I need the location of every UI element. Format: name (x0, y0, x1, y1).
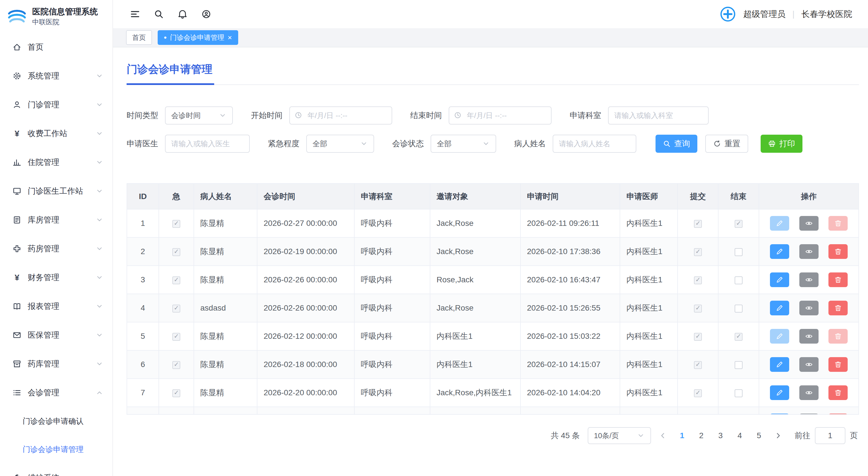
tab-consult-manage[interactable]: • 门诊会诊申请管理 × (158, 30, 238, 45)
search-icon[interactable] (154, 9, 164, 19)
sidebar-item-home[interactable]: 首页 (0, 33, 113, 62)
submitted-checkbox[interactable] (694, 248, 702, 256)
sidebar-item-warehouse[interactable]: 库房管理 (0, 206, 113, 234)
page-number-button[interactable]: 5 (752, 427, 766, 444)
urgent-checkbox[interactable] (173, 389, 180, 397)
next-page-button[interactable] (771, 427, 785, 444)
delete-button[interactable] (829, 414, 848, 415)
cell-id: 3 (127, 266, 159, 294)
view-button[interactable] (799, 329, 818, 344)
page-number-button[interactable]: 4 (733, 427, 747, 444)
bell-icon[interactable] (178, 9, 188, 19)
goto-page-input[interactable] (815, 427, 845, 444)
reset-button[interactable]: 重置 (705, 135, 748, 153)
page-number-button[interactable]: 1 (675, 427, 689, 444)
urgent-checkbox[interactable] (173, 333, 180, 341)
prev-page-button[interactable] (655, 427, 670, 444)
delete-button[interactable] (829, 272, 848, 287)
submitted-checkbox[interactable] (694, 333, 702, 341)
finished-checkbox[interactable] (735, 248, 743, 256)
sidebar-item-insurance[interactable]: 医保管理 (0, 321, 113, 349)
delete-button[interactable] (829, 244, 848, 259)
finished-checkbox[interactable] (735, 333, 743, 341)
sidebar-item-consultation[interactable]: 会诊管理 (0, 378, 113, 407)
app-logo-icon (7, 6, 27, 27)
view-button[interactable] (799, 357, 818, 372)
user-role[interactable]: 超级管理员 (743, 8, 785, 20)
urgent-checkbox[interactable] (173, 276, 180, 284)
cell-patient: 陈显精 (194, 350, 257, 379)
sidebar-subitem-consult-manage[interactable]: 门诊会诊申请管理 (0, 435, 113, 464)
edit-button[interactable] (770, 357, 789, 372)
account-icon[interactable] (201, 9, 211, 19)
finished-checkbox[interactable] (735, 389, 743, 397)
sidebar-item-system[interactable]: 系统管理 (0, 62, 113, 90)
delete-button[interactable] (829, 329, 848, 344)
view-button[interactable] (799, 272, 818, 287)
cell-invitees: Rose,Jack (430, 266, 521, 294)
submitted-checkbox[interactable] (694, 389, 702, 397)
sidebar-item-inpatient[interactable]: 住院管理 (0, 148, 113, 177)
finished-checkbox[interactable] (735, 361, 743, 369)
delete-button[interactable] (829, 216, 848, 231)
sidebar-item-outpatient[interactable]: 门诊管理 (0, 90, 113, 119)
view-button[interactable] (799, 216, 818, 231)
edit-button[interactable] (770, 414, 789, 415)
submitted-checkbox[interactable] (694, 305, 702, 312)
edit-button[interactable] (770, 244, 789, 259)
edit-button[interactable] (770, 301, 789, 315)
delete-button[interactable] (829, 357, 848, 372)
submitted-checkbox[interactable] (694, 276, 702, 284)
cell-invitees (430, 407, 521, 415)
finished-checkbox[interactable] (735, 220, 743, 228)
urgent-checkbox[interactable] (173, 220, 180, 228)
urgent-checkbox[interactable] (173, 248, 180, 256)
delete-button[interactable] (829, 385, 848, 400)
sidebar-item-billing[interactable]: ¥ 收费工作站 (0, 119, 113, 148)
urgency-select[interactable]: 全部 (306, 135, 374, 153)
urgent-checkbox[interactable] (173, 361, 180, 369)
end-time-input[interactable] (449, 106, 552, 125)
chevron-down-icon (95, 331, 103, 339)
sidebar-item-reports[interactable]: 报表管理 (0, 292, 113, 321)
edit-button[interactable] (770, 385, 789, 400)
tab-close-icon[interactable]: × (228, 34, 232, 41)
start-time-input[interactable] (289, 106, 392, 125)
collapse-menu-icon[interactable] (130, 9, 140, 19)
urgent-checkbox[interactable] (173, 305, 180, 312)
time-type-select[interactable]: 会诊时间 (165, 106, 233, 125)
page-number-button[interactable]: 2 (694, 427, 709, 444)
sidebar-subitem-consult-confirm[interactable]: 门诊会诊申请确认 (0, 407, 113, 435)
sidebar-item-pharmacy[interactable]: 药房管理 (0, 234, 113, 263)
patient-input[interactable] (553, 135, 636, 153)
filter-row-2: 申请医生 紧急程度 全部 会诊状态 全部 (127, 135, 859, 153)
edit-button[interactable] (770, 272, 789, 287)
view-button[interactable] (799, 414, 818, 415)
cell-doctor: 内科医生1 (620, 350, 678, 379)
edit-button[interactable] (770, 216, 789, 231)
delete-button[interactable] (829, 301, 848, 315)
view-button[interactable] (799, 385, 818, 400)
cell-doctor: 内科医生1 (620, 379, 678, 407)
finished-checkbox[interactable] (735, 305, 743, 312)
submitted-checkbox[interactable] (694, 220, 702, 228)
print-button[interactable]: 打印 (761, 135, 802, 153)
doctor-input[interactable] (165, 135, 250, 153)
sidebar-item-doctor-station[interactable]: 门诊医生工作站 (0, 177, 113, 206)
tab-home[interactable]: 首页 (126, 30, 152, 45)
cell-dept: 呼吸内科 (354, 266, 430, 294)
cell-finished (718, 294, 759, 322)
view-button[interactable] (799, 244, 818, 259)
dept-input[interactable] (608, 106, 709, 125)
sidebar-item-drug-storage[interactable]: 药库管理 (0, 349, 113, 378)
edit-button[interactable] (770, 329, 789, 344)
search-button[interactable]: 查询 (655, 135, 698, 153)
sidebar-item-finance[interactable]: ¥ 财务管理 (0, 263, 113, 292)
status-select[interactable]: 全部 (431, 135, 496, 153)
submitted-checkbox[interactable] (694, 361, 702, 369)
sidebar-item-maintenance[interactable]: 维护系统 (0, 464, 113, 476)
finished-checkbox[interactable] (735, 276, 743, 284)
page-size-select[interactable]: 10条/页 (588, 427, 651, 444)
view-button[interactable] (799, 301, 818, 315)
page-number-button[interactable]: 3 (713, 427, 728, 444)
